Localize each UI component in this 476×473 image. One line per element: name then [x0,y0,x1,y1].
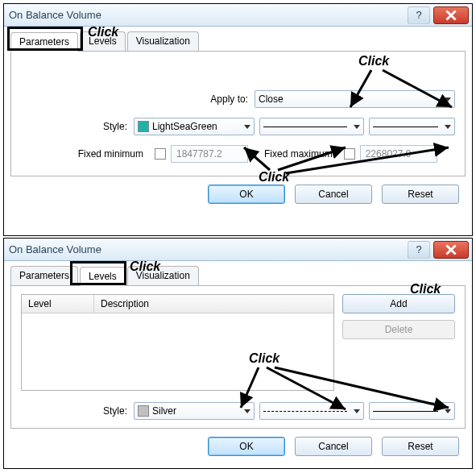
dialog-levels: On Balance Volume ? Parameters Levels Vi… [3,238,473,469]
tab-levels[interactable]: Levels [80,31,126,51]
tab-levels[interactable]: Levels [80,267,126,286]
style-color-value: LightSeaGreen [152,121,217,132]
add-button[interactable]: Add [342,294,455,313]
fixed-min-checkbox[interactable] [155,148,166,160]
tab-visualization[interactable]: Visualization [127,266,199,285]
line-sample-solid [373,411,438,412]
style-color-value: Silver [152,405,176,417]
close-icon [445,10,457,21]
apply-to-value: Close [259,93,284,105]
tab-parameters[interactable]: Parameters [10,266,78,285]
dialog-button-row: OK Cancel Reset [10,176,466,212]
style-color-select[interactable]: LightSeaGreen [134,118,255,135]
fixed-min-input[interactable]: 1847787.2 [171,145,248,163]
line-style-select[interactable] [259,402,364,420]
chevron-down-icon [445,98,451,102]
close-button[interactable] [433,6,469,24]
col-level: Level [22,295,94,313]
line-style-select[interactable] [259,118,364,135]
line-width-select[interactable] [369,402,455,420]
style-label: Style: [21,405,134,417]
tab-visualization[interactable]: Visualization [127,31,199,51]
line-width-select[interactable] [369,118,455,135]
reset-button[interactable]: Reset [382,185,459,204]
apply-to-label: Apply to: [21,93,255,105]
col-description: Description [94,295,333,313]
titlebar: On Balance Volume ? [4,4,472,27]
close-icon [445,244,457,255]
chevron-down-icon [244,409,250,413]
chevron-down-icon [354,409,360,413]
delete-button[interactable]: Delete [342,320,455,339]
tab-strip: Parameters Levels Visualization [10,266,466,286]
levels-list[interactable]: Level Description [21,294,334,391]
color-swatch [138,121,149,132]
fixed-max-checkbox[interactable] [344,148,355,160]
chevron-down-icon [354,125,360,129]
fixed-max-label: Fixed maximum [264,148,339,160]
line-sample-dashed [263,411,347,412]
ok-button[interactable]: OK [208,185,285,204]
chevron-down-icon [445,125,451,129]
help-button[interactable]: ? [408,241,430,259]
ok-button[interactable]: OK [208,437,285,456]
reset-button[interactable]: Reset [382,437,459,456]
fixed-max-input[interactable]: 2268027.9 [360,145,437,163]
dialog-parameters: On Balance Volume ? Parameters Levels Vi… [3,3,473,236]
close-button[interactable] [433,241,469,259]
window-title: On Balance Volume [9,9,101,21]
parameters-panel: Apply to: Close Style: LightSeaGreen [10,52,466,176]
style-color-select[interactable]: Silver [134,402,255,420]
help-button[interactable]: ? [408,6,430,24]
cancel-button[interactable]: Cancel [295,437,372,456]
style-label: Style: [21,121,134,132]
tab-strip: Parameters Levels Visualization [10,31,466,52]
chevron-down-icon [244,125,250,129]
apply-to-select[interactable]: Close [255,90,455,108]
levels-list-header: Level Description [22,295,333,313]
levels-panel: Level Description Add Delete Style: Silv… [10,286,466,429]
line-sample-solid [373,127,438,127]
line-sample-solid [263,127,347,127]
color-swatch [138,405,149,417]
titlebar: On Balance Volume ? [4,239,472,261]
tab-parameters[interactable]: Parameters [10,32,78,52]
cancel-button[interactable]: Cancel [295,185,372,204]
window-title: On Balance Volume [9,243,101,255]
chevron-down-icon [445,409,451,413]
fixed-min-label: Fixed minimum [21,148,150,160]
dialog-button-row: OK Cancel Reset [10,429,466,464]
